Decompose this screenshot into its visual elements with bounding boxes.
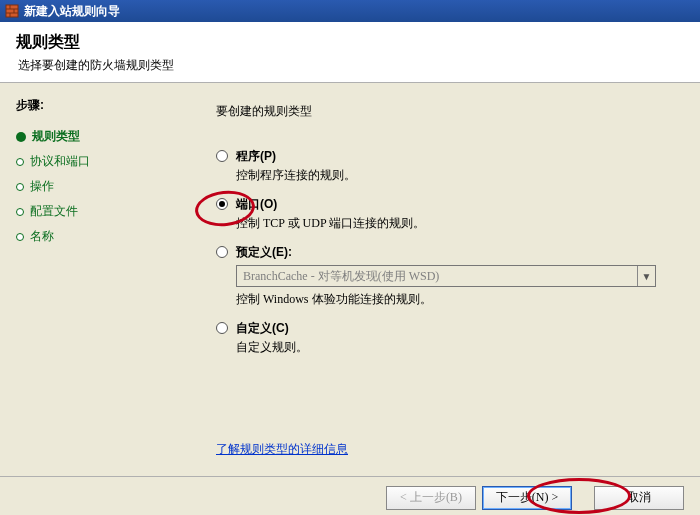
step-label: 名称 (30, 228, 54, 245)
option-port-label[interactable]: 端口(O) (236, 196, 277, 213)
option-custom-desc: 自定义规则。 (236, 339, 670, 356)
radio-program[interactable] (216, 150, 228, 162)
chevron-down-icon: ▼ (637, 266, 655, 286)
step-bullet-future-icon (16, 208, 24, 216)
option-program: 程序(P) 控制程序连接的规则。 (216, 148, 670, 184)
back-button: < 上一步(B) (386, 486, 476, 510)
help-link[interactable]: 了解规则类型的详细信息 (216, 441, 348, 458)
main-panel: 要创建的规则类型 程序(P) 控制程序连接的规则。 端口(O) 控制 TCP 或… (196, 83, 700, 476)
steps-heading: 步骤: (16, 97, 186, 114)
page-title: 规则类型 (16, 32, 684, 53)
wizard-header: 规则类型 选择要创建的防火墙规则类型 (0, 22, 700, 83)
radio-predefined[interactable] (216, 246, 228, 258)
firewall-icon (4, 3, 20, 19)
combo-selected-text: BranchCache - 对等机发现(使用 WSD) (237, 268, 637, 285)
predefined-combo: BranchCache - 对等机发现(使用 WSD) ▼ (236, 265, 656, 287)
step-bullet-active-icon (16, 132, 26, 142)
option-program-desc: 控制程序连接的规则。 (236, 167, 670, 184)
option-predefined: 预定义(E): BranchCache - 对等机发现(使用 WSD) ▼ 控制… (216, 244, 670, 308)
titlebar: 新建入站规则向导 (0, 0, 700, 22)
steps-sidebar: 步骤: 规则类型 协议和端口 操作 配置文件 名称 (0, 83, 196, 476)
step-label: 规则类型 (32, 128, 80, 145)
option-custom-label[interactable]: 自定义(C) (236, 320, 289, 337)
step-protocol-port[interactable]: 协议和端口 (16, 149, 186, 174)
radio-port[interactable] (216, 198, 228, 210)
step-label: 协议和端口 (30, 153, 90, 170)
wizard-footer: < 上一步(B) 下一步(N) > 取消 (0, 476, 700, 515)
step-bullet-future-icon (16, 158, 24, 166)
page-description: 选择要创建的防火墙规则类型 (16, 57, 684, 74)
option-predefined-desc: 控制 Windows 体验功能连接的规则。 (236, 291, 670, 308)
cancel-button[interactable]: 取消 (594, 486, 684, 510)
option-program-label[interactable]: 程序(P) (236, 148, 276, 165)
step-label: 操作 (30, 178, 54, 195)
step-profile[interactable]: 配置文件 (16, 199, 186, 224)
step-bullet-future-icon (16, 233, 24, 241)
wizard-body: 步骤: 规则类型 协议和端口 操作 配置文件 名称 (0, 83, 700, 476)
step-name[interactable]: 名称 (16, 224, 186, 249)
step-label: 配置文件 (30, 203, 78, 220)
step-list: 规则类型 协议和端口 操作 配置文件 名称 (16, 124, 186, 249)
option-port-desc: 控制 TCP 或 UDP 端口连接的规则。 (236, 215, 670, 232)
window-title: 新建入站规则向导 (24, 3, 120, 20)
option-port: 端口(O) 控制 TCP 或 UDP 端口连接的规则。 (216, 196, 670, 232)
step-rule-type[interactable]: 规则类型 (16, 124, 186, 149)
radio-custom[interactable] (216, 322, 228, 334)
svg-rect-0 (6, 5, 18, 17)
option-predefined-label[interactable]: 预定义(E): (236, 244, 292, 261)
option-custom: 自定义(C) 自定义规则。 (216, 320, 670, 356)
next-button[interactable]: 下一步(N) > (482, 486, 572, 510)
main-prompt: 要创建的规则类型 (216, 103, 670, 120)
step-bullet-future-icon (16, 183, 24, 191)
step-action[interactable]: 操作 (16, 174, 186, 199)
